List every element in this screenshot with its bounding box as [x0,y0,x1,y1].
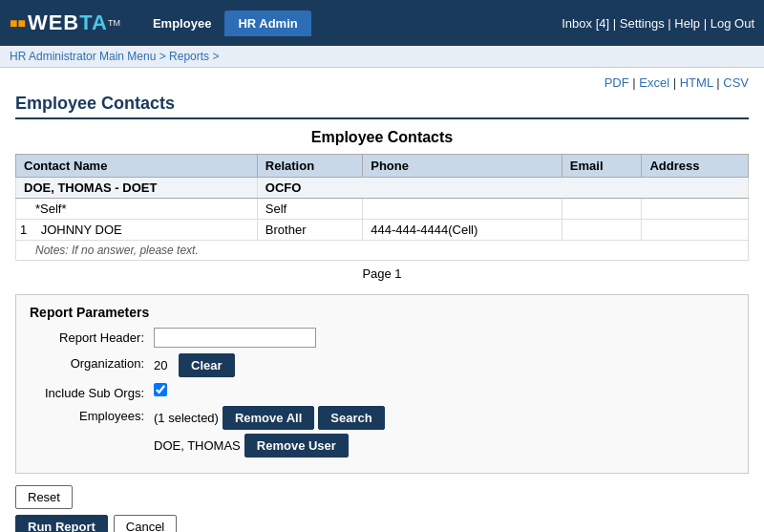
contacts-table: Contact Name Relation Phone Email Addres… [15,154,749,261]
include-sub-orgs-checkbox[interactable] [154,383,167,396]
table-row: *Self* Self [16,199,749,220]
include-sub-orgs-label: Include Sub Orgs: [30,383,154,400]
page-number: Page 1 [15,266,749,281]
employees-top-row: (1 selected) Remove All Search [154,406,385,430]
report-params-heading: Report Parameters [30,305,734,320]
logo-dots: ■■ [10,15,26,31]
employee-selected-name: DOE, THOMAS [154,438,241,453]
col-address: Address [642,155,749,178]
remove-user-button[interactable]: Remove User [244,434,349,458]
col-relation: Relation [257,155,362,178]
contact-index: *Self* [16,199,258,220]
employees-value-area: (1 selected) Remove All Search DOE, THOM… [154,406,385,458]
contact-address [642,199,749,220]
remove-all-button[interactable]: Remove All [223,406,314,430]
reset-row: Reset [15,485,749,509]
notes-text: Notes: If no answer, please text. [16,241,749,261]
breadcrumb: HR Administrator Main Menu > Reports > [0,46,764,68]
contact-relation-2: Brother [257,220,362,241]
logout-link[interactable]: Log Out [704,16,754,31]
settings-link[interactable]: Settings [613,16,665,31]
table-header-row: Contact Name Relation Phone Email Addres… [16,155,749,178]
logo-text: WEBTA [28,11,108,35]
report-parameters: Report Parameters Report Header: Organiz… [15,294,749,474]
col-email: Email [562,155,642,178]
contact-address-2 [642,220,749,241]
contact-email-2 [562,220,642,241]
contact-name-2: 1 JOHNNY DOE [16,220,258,241]
logo-tm: TM [108,18,120,28]
col-phone: Phone [363,155,562,178]
selected-count: (1 selected) [154,411,219,425]
col-contact-name: Contact Name [16,155,258,178]
reset-button[interactable]: Reset [15,485,73,509]
employees-name-row: DOE, THOMAS Remove User [154,434,385,458]
param-row-employees: Employees: (1 selected) Remove All Searc… [30,406,734,458]
contact-name-val: JOHNNY DOE [41,223,122,237]
breadcrumb-home[interactable]: HR Administrator Main Menu [10,50,156,63]
employees-section: (1 selected) Remove All Search DOE, THOM… [154,406,385,458]
contact-email [562,199,642,220]
organization-value: 20 [154,358,167,372]
report-header-value-area [154,328,316,348]
page-content: PDF Excel HTML CSV Employee Contacts Emp… [0,68,764,532]
export-pdf[interactable]: PDF [605,75,629,90]
search-button[interactable]: Search [318,406,384,430]
organization-value-area: 20 Clear [154,353,235,377]
cancel-button[interactable]: Cancel [114,515,177,532]
organization-label: Organization: [30,353,154,371]
include-sub-orgs-value [154,383,167,396]
action-row: Run Report Cancel [15,515,749,532]
export-excel[interactable]: Excel [632,75,669,90]
employee-name: DOE, THOMAS - DOET [16,178,258,199]
employees-label: Employees: [30,406,154,423]
breadcrumb-reports[interactable]: Reports [169,50,209,63]
table-row: 1 JOHNNY DOE Brother 444-444-4444(Cell) [16,220,749,241]
nav-tab-hradmin[interactable]: HR Admin [224,11,310,36]
contact-phone [363,199,562,220]
param-row-suborgs: Include Sub Orgs: [30,383,734,400]
export-links: PDF Excel HTML CSV [15,75,749,90]
help-link[interactable]: Help [668,16,700,31]
report-heading: Employee Contacts [15,129,749,146]
export-html[interactable]: HTML [673,75,713,90]
right-nav: Inbox [4] Settings Help Log Out [562,16,754,31]
employee-dept: OCFO [257,178,748,199]
report-section: Employee Contacts Contact Name Relation … [15,129,749,281]
inbox-link[interactable]: Inbox [4] [562,16,609,31]
notes-row: Notes: If no answer, please text. [16,241,749,261]
app-header: ■■ WEBTA TM Employee HR Admin Inbox [4] … [0,0,764,46]
param-row-org: Organization: 20 Clear [30,353,734,377]
report-header-label: Report Header: [30,328,154,345]
page-title: Employee Contacts [15,94,749,119]
employee-row: DOE, THOMAS - DOET OCFO [16,178,749,199]
export-csv[interactable]: CSV [716,75,749,90]
param-row-header: Report Header: [30,328,734,348]
contact-phone-2: 444-444-4444(Cell) [363,220,562,241]
run-report-button[interactable]: Run Report [15,515,108,532]
report-header-input[interactable] [154,328,316,348]
clear-button[interactable]: Clear [179,353,235,377]
logo: ■■ WEBTA TM [10,11,120,35]
nav-tab-employee[interactable]: Employee [139,11,224,36]
bottom-buttons: Reset Run Report Cancel [15,485,749,532]
contact-relation: Self [257,199,362,220]
contact-index-num: 1 [20,223,27,237]
